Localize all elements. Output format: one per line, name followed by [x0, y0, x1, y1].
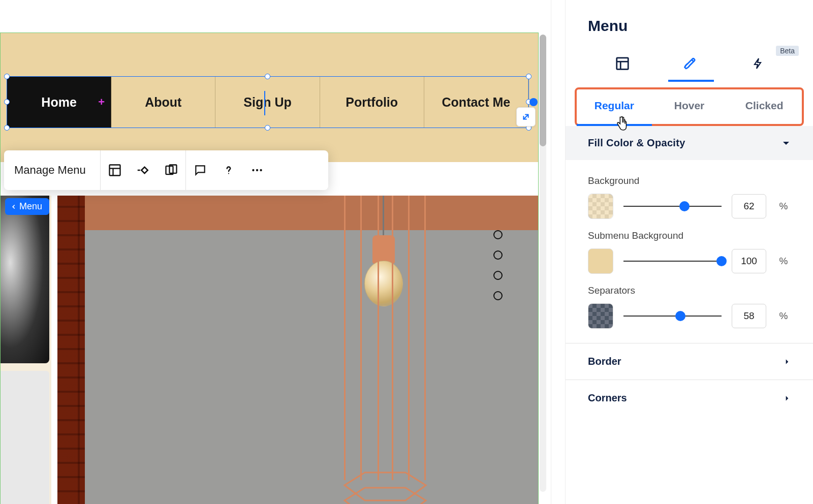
- svg-marker-1: [345, 488, 426, 504]
- design-panel: Menu Beta Regular Hover Clicke: [565, 0, 813, 504]
- wall-bg: [85, 230, 538, 504]
- submenu-color-swatch[interactable]: [588, 248, 613, 274]
- svg-point-7: [228, 173, 229, 174]
- animation-tab-icon[interactable]: [747, 49, 769, 81]
- nav-label: Home: [41, 95, 76, 110]
- scrollbar-track[interactable]: [540, 35, 546, 492]
- anchor-dot[interactable]: [493, 291, 503, 300]
- cage-base: [342, 470, 428, 504]
- resize-handle[interactable]: [265, 74, 270, 79]
- fill-section-title: Fill Color & Opacity: [588, 137, 685, 149]
- percent-label: %: [776, 310, 791, 322]
- state-tab-regular[interactable]: Regular: [577, 89, 652, 124]
- nav-label: Contact Me: [442, 95, 511, 110]
- panel-mode-tabs: Beta: [566, 49, 813, 81]
- state-tabs-highlight: Regular Hover Clicked: [575, 87, 804, 126]
- editor-canvas: Home + About Sign Up Portfolio Contact M…: [0, 0, 551, 504]
- state-tab-underline: [577, 124, 652, 126]
- resize-handle[interactable]: [4, 74, 10, 79]
- resize-handle[interactable]: [265, 125, 270, 131]
- chevron-right-icon: [784, 357, 791, 366]
- nav-item-contact[interactable]: Contact Me: [424, 77, 528, 128]
- separators-opacity-value[interactable]: 58: [732, 304, 766, 328]
- anchor-dot[interactable]: [493, 250, 503, 260]
- svg-rect-2: [109, 165, 120, 176]
- cage-bar: [424, 196, 426, 480]
- nav-label: Sign Up: [243, 95, 291, 110]
- comment-icon[interactable]: [186, 150, 214, 190]
- beta-badge: Beta: [776, 46, 799, 56]
- back-to-menu-button[interactable]: Menu: [5, 198, 49, 215]
- resize-handle[interactable]: [4, 125, 10, 131]
- nav-item-portfolio[interactable]: Portfolio: [320, 77, 424, 128]
- animation-icon[interactable]: [129, 150, 158, 190]
- layout-icon[interactable]: [101, 150, 129, 190]
- background-opacity-value[interactable]: 62: [732, 194, 766, 218]
- back-label: Menu: [19, 201, 42, 212]
- add-icon: +: [98, 96, 105, 109]
- anchor-dot[interactable]: [493, 230, 503, 239]
- percent-label: %: [776, 256, 791, 267]
- nav-menu[interactable]: Home + About Sign Up Portfolio Contact M…: [7, 76, 529, 128]
- menu-strip-bg: Home + About Sign Up Portfolio Contact M…: [1, 33, 538, 162]
- accordion-fill: Fill Color & Opacity Background 62 % Sub…: [566, 126, 813, 343]
- corners-section-header[interactable]: Corners: [566, 380, 813, 416]
- brick-texture: [57, 196, 85, 504]
- nav-item-about[interactable]: About: [111, 77, 215, 128]
- layout-tab-icon[interactable]: [610, 49, 635, 81]
- cage-bar: [392, 196, 393, 480]
- svg-point-10: [260, 169, 262, 171]
- anchor-dot[interactable]: [493, 271, 503, 280]
- cage-bar: [378, 196, 379, 480]
- cage-bar: [408, 196, 410, 480]
- nav-label: Portfolio: [346, 95, 398, 110]
- separators-color-swatch[interactable]: [588, 303, 613, 329]
- thumbnail-image: [1, 196, 49, 363]
- more-icon[interactable]: [243, 150, 271, 190]
- submenu-label: Submenu Background: [588, 230, 791, 241]
- submenu-opacity-slider[interactable]: [623, 255, 722, 267]
- lightbulb-icon: [364, 261, 403, 306]
- background-color-swatch[interactable]: [588, 194, 613, 219]
- help-icon[interactable]: [214, 150, 243, 190]
- chevron-right-icon: [784, 394, 791, 403]
- svg-point-8: [252, 169, 254, 171]
- cage-bar: [360, 196, 362, 480]
- manage-menu-button[interactable]: Manage Menu: [14, 150, 101, 190]
- stretch-icon[interactable]: [158, 150, 186, 190]
- corners-title: Corners: [588, 392, 627, 404]
- nav-item-signup[interactable]: Sign Up: [215, 77, 320, 128]
- floating-toolbar: Manage Menu: [4, 150, 328, 190]
- state-tab-hover[interactable]: Hover: [652, 89, 727, 124]
- cage-bar: [344, 196, 346, 480]
- nav-label: About: [145, 95, 181, 110]
- background-label: Background: [588, 175, 791, 186]
- panel-gutter: [551, 0, 565, 504]
- state-tab-clicked[interactable]: Clicked: [727, 89, 802, 124]
- section-strip: Home + About Sign Up Portfolio Contact M…: [0, 33, 539, 504]
- svg-marker-0: [345, 472, 426, 500]
- anchor-dots[interactable]: [493, 230, 503, 311]
- separators-label: Separators: [588, 285, 791, 296]
- stretch-handle[interactable]: [529, 98, 538, 106]
- submenu-opacity-value[interactable]: 100: [732, 249, 766, 273]
- fill-section-header[interactable]: Fill Color & Opacity: [566, 126, 813, 160]
- resize-handle[interactable]: [526, 74, 531, 79]
- percent-label: %: [776, 201, 791, 212]
- stretch-button[interactable]: [516, 107, 536, 127]
- background-opacity-slider[interactable]: [623, 200, 722, 212]
- border-title: Border: [588, 356, 621, 367]
- left-thumbnail-column: [1, 196, 51, 504]
- resize-handle[interactable]: [4, 99, 10, 105]
- panel-title: Menu: [566, 17, 813, 49]
- svg-rect-11: [616, 58, 628, 70]
- text-caret: [264, 91, 265, 115]
- design-tab-icon[interactable]: [678, 49, 704, 81]
- lamp-cord: [383, 196, 384, 239]
- scrollbar-thumb[interactable]: [540, 35, 546, 146]
- hero-image: [57, 196, 538, 504]
- thumbnail-placeholder: [1, 371, 49, 504]
- border-section-header[interactable]: Border: [566, 343, 813, 380]
- separators-opacity-slider[interactable]: [623, 310, 722, 322]
- nav-item-home[interactable]: Home +: [7, 77, 111, 128]
